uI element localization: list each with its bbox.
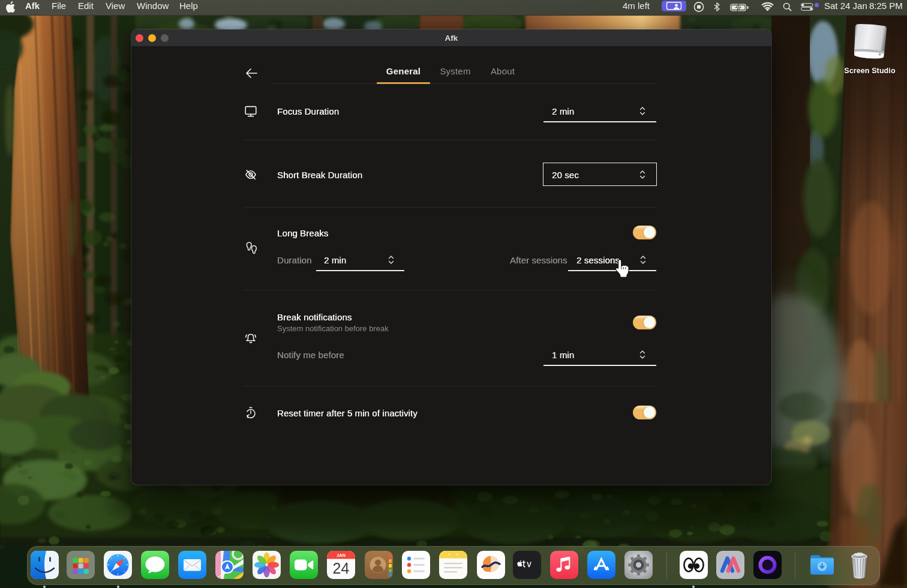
svg-text:JAN: JAN: [336, 553, 345, 558]
svg-text:24: 24: [332, 560, 349, 577]
